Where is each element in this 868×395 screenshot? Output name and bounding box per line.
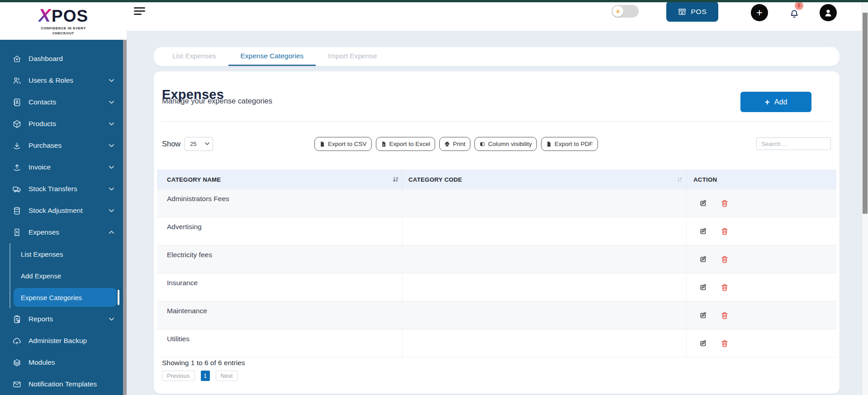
sidebar-item[interactable]: List Expenses — [0, 243, 123, 265]
sort-icon — [392, 176, 399, 183]
sidebar-item[interactable]: Users & Roles — [0, 70, 123, 91]
expense-categories-page: { "colors": { "topline_teal": "#1d463e",… — [0, 0, 868, 395]
content-area: List ExpensesExpense CategoriesImport Ex… — [127, 31, 862, 395]
sidebar: XPOS CONFIDENCE IN EVERY CHECKOUT Dashbo… — [0, 2, 127, 395]
cell-category-name: Electricity fees — [157, 245, 403, 273]
mail-icon — [12, 380, 22, 389]
divider — [162, 121, 831, 122]
table-row: Insurance — [157, 273, 836, 301]
hamburger-menu-button[interactable] — [134, 7, 146, 17]
sidebar-item[interactable]: Purchases — [0, 135, 123, 156]
sidebar-scrollbar[interactable] — [123, 40, 127, 395]
cell-category-name: Advertising — [157, 217, 403, 245]
show-label: Show — [162, 137, 180, 151]
tab[interactable]: Import Expense — [316, 47, 389, 66]
table-row: Maintenance — [157, 301, 836, 329]
tab[interactable]: Expense Categories — [228, 47, 316, 66]
arrow-down-icon — [12, 141, 22, 150]
sidebar-item-label: Users & Roles — [28, 76, 102, 85]
sidebar-item[interactable]: Modules — [0, 352, 123, 373]
delete-button[interactable] — [720, 199, 729, 208]
cell-action — [687, 329, 836, 357]
cell-category-code — [403, 189, 687, 217]
sidebar-item-label: Contacts — [28, 98, 102, 106]
search-input[interactable] — [756, 137, 831, 150]
printer-icon — [444, 141, 450, 147]
notifications-button[interactable]: 0 — [786, 6, 800, 20]
previous-button[interactable]: Previous — [162, 371, 195, 381]
cloud-upload-icon — [12, 336, 22, 346]
delete-button[interactable] — [720, 227, 729, 236]
truck-icon — [12, 184, 22, 194]
pagination: Previous 1 Next — [162, 371, 237, 381]
bell-icon — [789, 9, 800, 19]
edit-button[interactable] — [699, 339, 708, 348]
edit-button[interactable] — [699, 311, 708, 320]
export-button[interactable]: Export to Excel — [376, 137, 436, 151]
column-header-category-name[interactable]: CATEGORY NAME — [157, 169, 403, 189]
cell-category-code — [403, 273, 687, 301]
edit-button[interactable] — [699, 255, 708, 264]
sidebar-item[interactable]: Add Expense — [0, 265, 123, 287]
sidebar-item[interactable]: Notification Templates — [0, 373, 123, 395]
sidebar-item[interactable]: Dashboard — [0, 48, 123, 70]
delete-button[interactable] — [720, 311, 729, 320]
sidebar-item-label: Modules — [28, 358, 114, 367]
column-header-action: ACTION — [687, 169, 836, 189]
page-size-select[interactable]: 25 — [184, 137, 213, 151]
next-button[interactable]: Next — [216, 371, 238, 381]
sidebar-item-label: Stock Adjustment — [28, 207, 102, 215]
theme-toggle[interactable]: ☀ — [612, 5, 639, 18]
chevron-down-icon — [109, 317, 114, 321]
chevron-down-icon — [109, 100, 114, 104]
profile-button[interactable] — [820, 4, 837, 21]
sidebar-item[interactable]: Expense Categories — [0, 287, 123, 308]
cell-action — [687, 217, 836, 245]
cell-action — [687, 301, 836, 329]
sidebar-item[interactable]: Reports — [0, 308, 123, 330]
export-button[interactable]: Export to PDF — [541, 137, 598, 151]
edit-button[interactable] — [699, 283, 708, 292]
export-button[interactable]: Print — [439, 137, 470, 151]
delete-button[interactable] — [720, 255, 729, 264]
receipt-icon: $ — [12, 228, 22, 237]
box-icon — [12, 119, 22, 129]
main-card: Expenses Manage your expense categories … — [154, 71, 840, 394]
export-button[interactable]: Column visibility — [474, 137, 537, 151]
page-number-button[interactable]: 1 — [201, 371, 210, 381]
notification-badge: 0 — [795, 1, 803, 10]
add-button[interactable]: + Add — [740, 92, 811, 112]
app-logo: XPOS CONFIDENCE IN EVERY CHECKOUT — [0, 2, 127, 40]
cell-category-code — [403, 245, 687, 273]
edit-button[interactable] — [699, 199, 708, 208]
column-header-category-code[interactable]: CATEGORY CODE — [403, 169, 687, 189]
pos-button[interactable]: POS — [666, 1, 718, 22]
page-scrollbar[interactable] — [862, 2, 868, 395]
table-row: Advertising — [157, 217, 836, 245]
sidebar-item[interactable]: Stock Transfers — [0, 178, 123, 200]
cell-action — [687, 273, 836, 301]
delete-button[interactable] — [720, 339, 729, 348]
sidebar-item-label: Stock Transfers — [28, 185, 102, 193]
sidebar-item[interactable]: Administer Backup — [0, 330, 123, 352]
sidebar-item[interactable]: Contacts — [0, 91, 123, 113]
quick-add-button[interactable]: + — [751, 4, 768, 21]
cell-category-code — [403, 329, 687, 357]
sidebar-item[interactable]: Products — [0, 113, 123, 135]
sidebar-item-label: Expenses — [28, 228, 102, 236]
sidebar-item[interactable]: $ Expenses — [0, 221, 123, 243]
edit-button[interactable] — [699, 227, 708, 236]
delete-button[interactable] — [720, 283, 729, 292]
logo-x-glyph: X — [38, 6, 51, 25]
scrollbar-thumb[interactable] — [863, 13, 868, 214]
table-row: Administrators Fees — [157, 189, 836, 217]
tab[interactable]: List Expenses — [160, 47, 228, 66]
file-csv-icon — [319, 141, 325, 147]
sidebar-item[interactable]: Stock Adjustment — [0, 200, 123, 221]
layers-icon — [12, 358, 22, 367]
export-button[interactable]: Export to CSV — [314, 137, 372, 151]
sidebar-item[interactable]: Invoice — [0, 156, 123, 178]
sidebar-item-label: Products — [28, 120, 102, 128]
plus-icon: + — [765, 98, 770, 106]
top-accent-line — [0, 0, 868, 2]
